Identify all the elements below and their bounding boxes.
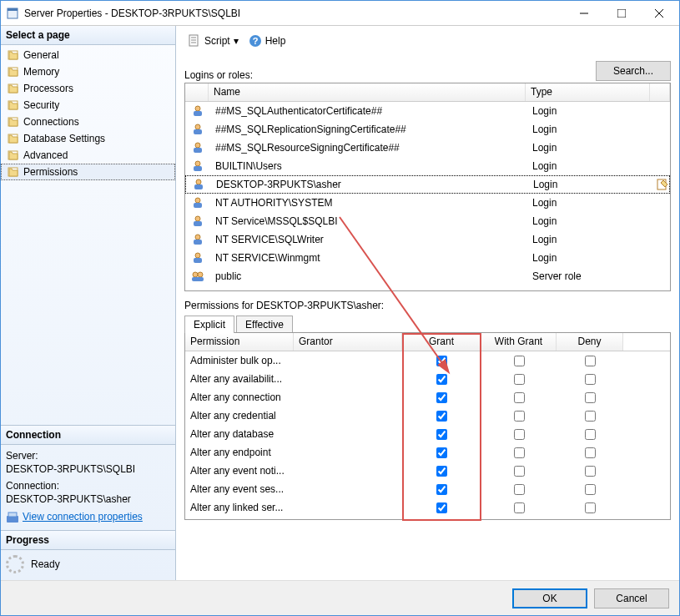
page-icon xyxy=(7,82,20,95)
titlebar: Server Properties - DESKTOP-3RPUKTS\SQLB… xyxy=(1,1,679,26)
login-icon xyxy=(185,270,210,283)
svg-rect-40 xyxy=(194,258,202,263)
help-button[interactable]: ? Help xyxy=(245,33,290,49)
perm-header-grant[interactable]: Grant xyxy=(402,333,481,351)
svg-rect-25 xyxy=(194,129,202,134)
with-grant-checkbox[interactable] xyxy=(514,466,525,477)
logins-label: Logins or roles: xyxy=(184,69,253,81)
login-row[interactable]: ##MS_SQLReplicationSigningCertificate##L… xyxy=(185,120,670,139)
page-icon xyxy=(7,98,20,112)
tab-explicit[interactable]: Explicit xyxy=(184,316,234,333)
deny-checkbox[interactable] xyxy=(585,411,596,422)
permissions-grid[interactable]: Permission Grantor Grant With Grant Deny… xyxy=(184,332,671,520)
search-button[interactable]: Search... xyxy=(596,61,671,81)
page-icon xyxy=(7,165,20,179)
deny-checkbox[interactable] xyxy=(585,374,596,385)
permission-row: Alter any credential xyxy=(185,406,670,425)
sidebar-item-connections[interactable]: Connections xyxy=(1,114,175,130)
progress-header: Progress xyxy=(1,531,175,550)
page-icon xyxy=(7,65,20,78)
deny-checkbox[interactable] xyxy=(585,502,596,513)
login-row[interactable]: NT AUTHORITY\SYSTEMLogin xyxy=(185,194,670,212)
ok-button[interactable]: OK xyxy=(512,588,587,608)
svg-point-33 xyxy=(195,198,200,203)
with-grant-checkbox[interactable] xyxy=(514,356,525,366)
with-grant-checkbox[interactable] xyxy=(514,411,525,422)
list-header-name[interactable]: Name xyxy=(209,83,526,101)
with-grant-checkbox[interactable] xyxy=(514,392,525,403)
with-grant-checkbox[interactable] xyxy=(514,484,525,495)
login-row[interactable]: publicServer role xyxy=(185,267,670,285)
perm-header-with-grant[interactable]: With Grant xyxy=(481,333,557,351)
svg-rect-3 xyxy=(617,9,626,18)
svg-rect-1 xyxy=(8,8,18,11)
tab-effective[interactable]: Effective xyxy=(236,316,293,333)
perm-header-deny[interactable]: Deny xyxy=(557,333,623,351)
svg-rect-23 xyxy=(194,111,202,116)
with-grant-checkbox[interactable] xyxy=(514,447,525,458)
svg-point-42 xyxy=(198,272,203,277)
svg-rect-43 xyxy=(192,277,204,281)
login-row[interactable]: ##MS_SQLResourceSigningCertificate##Logi… xyxy=(185,139,670,157)
minimize-button[interactable] xyxy=(565,2,602,25)
list-header-type[interactable]: Type xyxy=(526,83,650,101)
login-row[interactable]: NT Service\MSSQL$SQLBILogin xyxy=(185,212,670,230)
login-icon xyxy=(185,123,210,136)
progress-status: Ready xyxy=(31,558,60,570)
edit-icon xyxy=(656,178,669,191)
grant-checkbox[interactable] xyxy=(436,429,447,440)
sidebar-item-memory[interactable]: Memory xyxy=(1,63,175,80)
svg-point-39 xyxy=(195,253,200,258)
login-row[interactable]: NT SERVICE\WinmgmtLogin xyxy=(185,249,670,267)
with-grant-checkbox[interactable] xyxy=(514,374,525,385)
sidebar-item-permissions[interactable]: Permissions xyxy=(1,164,175,180)
deny-checkbox[interactable] xyxy=(585,392,596,403)
svg-point-26 xyxy=(195,143,200,148)
grant-checkbox[interactable] xyxy=(436,411,447,422)
logins-list[interactable]: Name Type ##MS_SQLAuthenticatorCertifica… xyxy=(184,83,671,291)
login-row[interactable]: BUILTIN\UsersLogin xyxy=(185,157,670,175)
sidebar-item-security[interactable]: Security xyxy=(1,97,175,114)
sidebar-item-general[interactable]: General xyxy=(1,47,175,63)
deny-checkbox[interactable] xyxy=(585,429,596,440)
sidebar-item-processors[interactable]: Processors xyxy=(1,80,175,97)
grant-checkbox[interactable] xyxy=(436,502,447,513)
view-connection-properties-link[interactable]: View connection properties xyxy=(23,511,143,523)
sidebar-item-database-settings[interactable]: Database Settings xyxy=(1,130,175,147)
deny-checkbox[interactable] xyxy=(585,356,596,366)
svg-rect-31 xyxy=(194,184,203,189)
grant-checkbox[interactable] xyxy=(436,484,447,495)
login-icon xyxy=(185,104,210,118)
login-row[interactable]: DESKTOP-3RPUKTS\asherLogin xyxy=(185,175,670,194)
login-icon xyxy=(185,141,210,154)
grant-checkbox[interactable] xyxy=(436,466,447,477)
deny-checkbox[interactable] xyxy=(585,466,596,477)
permission-row: Alter any connection xyxy=(185,388,670,406)
script-button[interactable]: Script ▾ xyxy=(184,33,242,49)
sidebar-item-advanced[interactable]: Advanced xyxy=(1,147,175,164)
help-icon: ? xyxy=(249,34,262,48)
maximize-button[interactable] xyxy=(602,2,640,25)
close-button[interactable] xyxy=(640,2,677,25)
with-grant-checkbox[interactable] xyxy=(514,502,525,513)
login-row[interactable]: ##MS_SQLAuthenticatorCertificate##Login xyxy=(185,102,670,120)
svg-point-22 xyxy=(195,106,200,111)
perm-header-grantor[interactable]: Grantor xyxy=(294,333,402,351)
grant-checkbox[interactable] xyxy=(436,356,447,366)
cancel-button[interactable]: Cancel xyxy=(594,588,669,608)
with-grant-checkbox[interactable] xyxy=(514,429,525,440)
svg-text:?: ? xyxy=(252,36,258,46)
svg-point-41 xyxy=(193,272,198,277)
grant-checkbox[interactable] xyxy=(436,392,447,403)
grant-checkbox[interactable] xyxy=(436,447,447,458)
deny-checkbox[interactable] xyxy=(585,447,596,458)
window-icon xyxy=(6,7,19,20)
svg-point-35 xyxy=(195,216,200,221)
login-row[interactable]: NT SERVICE\SQLWriterLogin xyxy=(185,230,670,249)
deny-checkbox[interactable] xyxy=(585,484,596,495)
perm-header-permission[interactable]: Permission xyxy=(185,333,294,351)
grant-checkbox[interactable] xyxy=(436,374,447,385)
login-icon xyxy=(185,233,210,246)
svg-point-30 xyxy=(196,179,201,184)
server-label: Server: xyxy=(6,450,170,462)
